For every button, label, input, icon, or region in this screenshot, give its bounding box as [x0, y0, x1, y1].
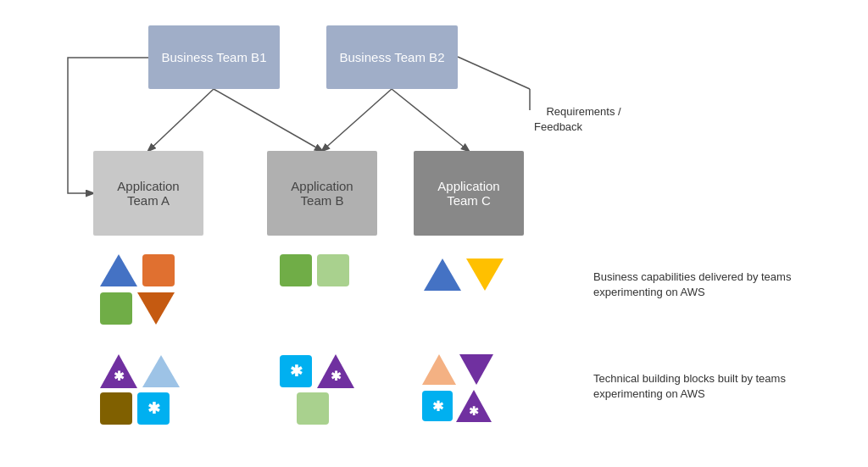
team-c-shapes-row1 [424, 259, 504, 291]
blue-triangle-up-c [424, 259, 461, 291]
team-b-tech-row2 [297, 392, 329, 425]
team-a-tech-row2: ✱ [100, 392, 170, 425]
svg-line-2 [322, 89, 392, 151]
team-b-shapes-row1 [280, 254, 349, 286]
red-triangle-down-a [137, 292, 175, 325]
yellow-triangle-down-c [466, 259, 504, 291]
team-a-shapes-row2 [100, 292, 175, 325]
business-team-b1-label: Business Team B1 [162, 50, 267, 64]
green-square-b [280, 254, 312, 286]
app-team-a-label: Application Team A [117, 179, 179, 208]
svg-line-1 [214, 89, 322, 151]
business-team-b2-box: Business Team B2 [326, 25, 458, 89]
light-green-sq-b2 [297, 392, 329, 425]
app-team-b-label: Application Team B [291, 179, 353, 208]
app-team-b-box: Application Team B [267, 151, 377, 236]
cyan-sq-star-b: ✱ [280, 355, 312, 387]
cyan-sq-star-a: ✱ [137, 392, 170, 425]
business-team-b2-label: Business Team B2 [340, 50, 445, 64]
team-c-tech-row2: ✱ ✱ [422, 390, 492, 422]
diagram-container: Business Team B1 Business Team B2 Requir… [0, 0, 868, 467]
requirements-label: Requirements / Feedback [534, 89, 621, 151]
green-square-a [100, 292, 132, 325]
tech-block-label: Technical building blocks built by teams… [593, 371, 848, 402]
purple-tri-star-b: ✱ [317, 354, 354, 388]
light-blue-tri-a [142, 355, 180, 387]
app-team-c-label: Application Team C [437, 179, 499, 208]
team-b-tech-row1: ✱ ✱ [280, 354, 354, 388]
team-c-tech-row1 [422, 354, 493, 385]
team-a-tech-row1: ✱ [100, 354, 180, 388]
team-a-shapes-row1 [100, 254, 175, 286]
orange-square-a [142, 254, 175, 286]
gold-square-a [100, 392, 132, 425]
purple-tri-star-a: ✱ [100, 354, 137, 388]
svg-line-3 [392, 89, 469, 151]
app-team-a-box: Application Team A [93, 151, 203, 236]
light-green-square-b [317, 254, 349, 286]
cyan-sq-star-c: ✱ [422, 391, 453, 421]
peach-tri-c [422, 354, 456, 385]
svg-line-0 [148, 89, 214, 151]
purple-tri-down-c [459, 354, 493, 385]
biz-cap-label: Business capabilities delivered by teams… [593, 270, 831, 300]
business-team-b1-box: Business Team B1 [148, 25, 280, 89]
purple-tri-star-c: ✱ [456, 390, 492, 422]
app-team-c-box: Application Team C [414, 151, 524, 236]
svg-line-4 [458, 57, 530, 89]
blue-triangle-up-a [100, 254, 137, 286]
